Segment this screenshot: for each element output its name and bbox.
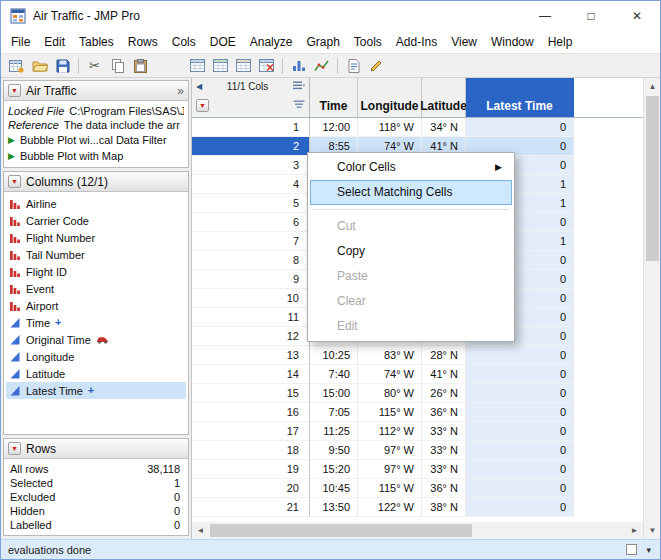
cell-latitude[interactable]: 26° N (422, 384, 466, 403)
table-view-1-button[interactable] (186, 55, 209, 77)
cell-longitude[interactable]: 112° W (358, 422, 422, 441)
cell-latitude[interactable]: 33° N (422, 460, 466, 479)
cell-time[interactable]: 7:40 (310, 365, 358, 384)
row-number[interactable]: 6 (192, 213, 310, 232)
menu-help[interactable]: Help (541, 31, 580, 53)
cell-latest-time[interactable]: 0 (466, 384, 574, 403)
menu-tools[interactable]: Tools (347, 31, 389, 53)
row-filter-icon[interactable] (293, 96, 305, 114)
table-view-3-button[interactable] (232, 55, 255, 77)
menu-graph[interactable]: Graph (299, 31, 346, 53)
row-number[interactable]: 8 (192, 251, 310, 270)
cell-longitude[interactable]: 122° W (358, 498, 422, 517)
context-menu-item-copy[interactable]: Copy (310, 239, 512, 264)
cell-latest-time[interactable]: 0 (466, 460, 574, 479)
cell-time[interactable]: 10:45 (310, 479, 358, 498)
panel-collapse-icon[interactable]: » (177, 84, 184, 98)
row-number[interactable]: 21 (192, 498, 310, 517)
collapse-panel-icon[interactable]: ◀ (196, 82, 202, 91)
cell-longitude[interactable]: 74° W (358, 365, 422, 384)
cell-latest-time[interactable]: 0 (466, 118, 574, 137)
column-item-carrier-code[interactable]: Carrier Code (6, 212, 186, 229)
cell-latest-time[interactable]: 0 (466, 441, 574, 460)
cell-latitude[interactable]: 36° N (422, 479, 466, 498)
cell-time[interactable]: 15:20 (310, 460, 358, 479)
cell-latest-time[interactable]: 0 (466, 498, 574, 517)
cell-latitude[interactable]: 41° N (422, 365, 466, 384)
context-menu-item-color-cells[interactable]: Color Cells▶ (310, 155, 512, 180)
cell-latest-time[interactable]: 0 (466, 422, 574, 441)
paste-button[interactable] (129, 55, 152, 77)
columns-menu-icon[interactable] (293, 81, 305, 92)
column-item-longitude[interactable]: Longitude (6, 348, 186, 365)
scroll-up-button[interactable]: ▲ (644, 78, 661, 95)
scroll-down-button[interactable]: ▼ (644, 522, 661, 539)
row-number[interactable]: 5 (192, 194, 310, 213)
distribution-button[interactable] (287, 55, 310, 77)
table-panel-red-triangle-icon[interactable]: ▼ (8, 84, 21, 97)
column-item-time[interactable]: Time+ (6, 314, 186, 331)
row-number[interactable]: 1 (192, 118, 310, 137)
cell-latitude[interactable]: 34° N (422, 118, 466, 137)
cell-longitude[interactable]: 115° W (358, 403, 422, 422)
column-item-flight-id[interactable]: Flight ID (6, 263, 186, 280)
cell-latest-time[interactable]: 0 (466, 346, 574, 365)
row-number[interactable]: 12 (192, 327, 310, 346)
scroll-right-button[interactable]: ► (626, 522, 643, 539)
row-number[interactable]: 7 (192, 232, 310, 251)
cell-time[interactable]: 12:00 (310, 118, 358, 137)
table-script-bubble-plot-with-map[interactable]: ▶Bubble Plot with Map (6, 148, 186, 164)
new-data-table-button[interactable] (5, 55, 28, 77)
column-header-time[interactable]: Time (310, 78, 358, 117)
menu-edit[interactable]: Edit (37, 31, 72, 53)
row-number[interactable]: 11 (192, 308, 310, 327)
row-number[interactable]: 15 (192, 384, 310, 403)
cell-latitude[interactable]: 28° N (422, 346, 466, 365)
copy-button[interactable] (106, 55, 129, 77)
table-red-triangle-icon[interactable]: ▼ (196, 99, 209, 112)
column-item-tail-number[interactable]: Tail Number (6, 246, 186, 263)
row-number[interactable]: 14 (192, 365, 310, 384)
cell-longitude[interactable]: 80° W (358, 384, 422, 403)
cell-latest-time[interactable]: 0 (466, 365, 574, 384)
row-number[interactable]: 9 (192, 270, 310, 289)
horizontal-scrollbar[interactable]: ◄ ► (192, 522, 643, 539)
menu-analyze[interactable]: Analyze (243, 31, 300, 53)
cell-latest-time[interactable]: 0 (466, 403, 574, 422)
columns-panel-red-triangle-icon[interactable]: ▼ (8, 175, 21, 188)
maximize-button[interactable]: □ (568, 1, 614, 31)
table-script-bubble-plot-wi-cal-data-filter[interactable]: ▶Bubble Plot wi...cal Data Filter (6, 132, 186, 148)
cell-latitude[interactable]: 33° N (422, 441, 466, 460)
new-script-button[interactable] (342, 55, 365, 77)
row-number[interactable]: 3 (192, 156, 310, 175)
menu-add-ins[interactable]: Add-Ins (389, 31, 444, 53)
column-item-event[interactable]: Event (6, 280, 186, 297)
cell-latitude[interactable]: 33° N (422, 422, 466, 441)
cell-latitude[interactable]: 38° N (422, 498, 466, 517)
cell-longitude[interactable]: 97° W (358, 441, 422, 460)
rows-panel-red-triangle-icon[interactable]: ▼ (8, 442, 21, 455)
table-view-2-button[interactable] (209, 55, 232, 77)
menu-cols[interactable]: Cols (165, 31, 203, 53)
cut-button[interactable]: ✂ (83, 55, 106, 77)
row-number[interactable]: 13 (192, 346, 310, 365)
delete-table-button[interactable] (255, 55, 278, 77)
context-menu-item-select-matching-cells[interactable]: Select Matching Cells (310, 180, 512, 205)
row-number[interactable]: 4 (192, 175, 310, 194)
scroll-left-button[interactable]: ◄ (192, 522, 209, 539)
save-button[interactable] (51, 55, 74, 77)
column-item-latest-time[interactable]: Latest Time+ (6, 382, 186, 399)
row-number[interactable]: 20 (192, 479, 310, 498)
column-header-latitude[interactable]: Latitude (422, 78, 466, 117)
column-item-airline[interactable]: Airline (6, 195, 186, 212)
column-header-latest-time[interactable]: Latest Time (466, 78, 574, 117)
cell-longitude[interactable]: 83° W (358, 346, 422, 365)
cell-longitude[interactable]: 115° W (358, 479, 422, 498)
vertical-scroll-thumb[interactable] (646, 96, 659, 261)
cell-time[interactable]: 10:25 (310, 346, 358, 365)
menu-rows[interactable]: Rows (121, 31, 165, 53)
column-item-airport[interactable]: Airport (6, 297, 186, 314)
row-number[interactable]: 2 (192, 137, 310, 156)
cell-latest-time[interactable]: 0 (466, 479, 574, 498)
row-number[interactable]: 19 (192, 460, 310, 479)
